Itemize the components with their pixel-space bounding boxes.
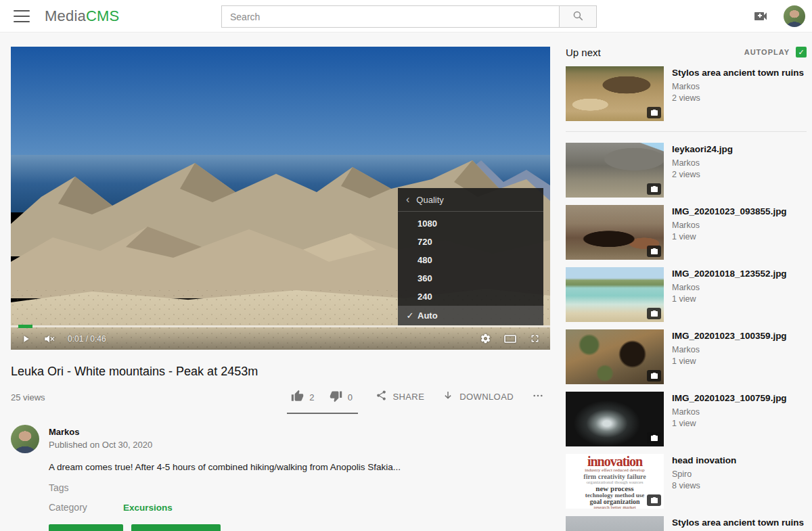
tags-list — [123, 483, 134, 493]
check-icon: ✓ — [405, 306, 415, 325]
user-avatar[interactable] — [784, 5, 805, 27]
quality-option[interactable]: 240 — [398, 287, 543, 306]
related-author: Markos — [672, 345, 787, 354]
related-thumbnail[interactable] — [566, 329, 664, 384]
download-label: DOWNLOAD — [459, 392, 514, 402]
camera-icon — [650, 310, 658, 318]
image-type-badge — [647, 183, 661, 195]
autoplay-checkbox[interactable]: ✓ — [796, 47, 807, 57]
related-author: Markos — [672, 82, 804, 91]
author-avatar[interactable] — [11, 425, 39, 453]
upload-media-icon[interactable] — [752, 8, 769, 24]
mute-icon[interactable] — [43, 333, 55, 345]
quality-option[interactable]: 360 — [398, 269, 543, 287]
related-title[interactable]: Stylos area ancient town ruins — [672, 67, 804, 78]
related-views: 1 view — [672, 356, 787, 366]
image-type-badge — [647, 370, 661, 382]
image-type-badge — [647, 308, 661, 319]
related-title[interactable]: leykaori24.jpg — [672, 143, 733, 155]
category-label: Category — [49, 502, 123, 513]
dislike-button[interactable]: 0 — [330, 390, 353, 405]
logo[interactable]: MediaCMS — [45, 7, 119, 25]
related-author: Markos — [672, 221, 787, 230]
related-title[interactable]: IMG_20201023_100359.jpg — [672, 330, 787, 342]
related-thumbnail[interactable] — [566, 205, 664, 260]
video-player[interactable]: ‹ Quality 1080 720 480 — [11, 47, 550, 350]
camera-icon — [650, 434, 658, 442]
search-bar — [221, 5, 597, 28]
related-title[interactable]: IMG_20201023_100759.jpg — [672, 392, 787, 404]
related-author: Markos — [672, 158, 733, 168]
related-thumbnail[interactable] — [566, 66, 664, 121]
like-button[interactable]: 2 — [291, 390, 315, 405]
list-separator — [566, 131, 807, 132]
related-thumbnail[interactable] — [566, 516, 664, 531]
related-title[interactable]: IMG_20201018_123552.jpg — [672, 268, 787, 279]
delete-media-button[interactable]: DELETE MEDIA — [131, 524, 220, 531]
related-title[interactable]: head inovation — [672, 455, 736, 466]
fullscreen-icon[interactable] — [529, 333, 541, 344]
up-next-header: Up next AUTOPLAY ✓ — [566, 43, 807, 61]
related-media-item[interactable]: innovationindustry effect reduced develo… — [566, 454, 807, 509]
search-icon — [572, 9, 584, 24]
up-next-sidebar: Up next AUTOPLAY ✓ Stylos area ancient t… — [566, 43, 807, 531]
related-media-list: Stylos area ancient town ruins Markos 2 … — [566, 66, 807, 531]
related-thumbnail[interactable] — [566, 392, 664, 446]
quality-option[interactable]: 480 — [398, 251, 543, 269]
ellipsis-icon — [531, 390, 545, 404]
autoplay-label: AUTOPLAY — [744, 48, 790, 56]
category-link[interactable]: Excursions — [123, 503, 173, 513]
author-section: Markos Published on Oct 30, 2020 — [11, 425, 550, 453]
camera-icon — [650, 185, 658, 193]
page: MediaCMS — [0, 0, 812, 531]
menu-button[interactable] — [14, 10, 30, 22]
related-views: 1 view — [672, 294, 787, 304]
related-media-item[interactable]: IMG_20201018_123552.jpg Markos 1 view — [566, 267, 807, 322]
search-button[interactable] — [559, 5, 597, 28]
more-options-button[interactable] — [531, 387, 545, 404]
back-chevron-icon: ‹ — [406, 193, 409, 206]
image-type-badge — [647, 432, 661, 444]
related-thumbnail[interactable] — [566, 143, 664, 198]
author-name[interactable]: Markos — [49, 427, 152, 437]
related-title[interactable]: Stylos area ancient town ruins — [672, 517, 804, 528]
quality-option[interactable]: ✓ Auto — [398, 306, 543, 325]
related-media-item[interactable]: Stylos area ancient town ruins Markos 2 … — [566, 66, 807, 121]
download-button[interactable]: DOWNLOAD — [442, 387, 514, 404]
share-button[interactable]: SHARE — [376, 387, 424, 403]
quality-menu: ‹ Quality 1080 720 480 — [398, 188, 543, 325]
related-media-item[interactable]: leykaori24.jpg Markos 2 views — [566, 143, 807, 198]
related-media-item[interactable]: IMG_20201023_100359.jpg Markos 1 view — [566, 329, 807, 384]
quality-option[interactable]: 1080 — [398, 214, 543, 233]
share-icon — [376, 390, 387, 403]
quality-options: 1080 720 480 360 240 — [398, 212, 543, 325]
media-description: A dream comes true! After 4-5 hours of c… — [49, 461, 550, 474]
image-type-badge — [647, 246, 661, 257]
settings-gear-icon[interactable] — [480, 333, 491, 344]
header-right — [752, 0, 805, 32]
related-media-item[interactable]: IMG_20201023_093855.jpg Markos 1 view — [566, 205, 807, 260]
theater-mode-icon[interactable] — [503, 333, 517, 344]
top-bar: MediaCMS — [0, 0, 812, 32]
camera-icon — [650, 497, 658, 505]
camera-icon — [650, 372, 658, 380]
quality-menu-title: Quality — [416, 195, 443, 205]
meta-row: 25 views 2 0 — [11, 387, 550, 414]
category-row: Category Excursions — [49, 502, 550, 513]
download-icon — [442, 390, 454, 404]
search-input[interactable] — [221, 5, 559, 28]
edit-media-button[interactable]: EDIT MEDIA — [49, 524, 123, 531]
related-title[interactable]: IMG_20201023_093855.jpg — [672, 206, 787, 217]
related-thumbnail[interactable] — [566, 267, 664, 322]
quality-option[interactable]: 720 — [398, 233, 543, 251]
related-author: Markos — [672, 283, 787, 292]
related-thumbnail[interactable]: innovationindustry effect reduced develo… — [566, 454, 664, 509]
action-bar: 2 0 SHARE — [287, 387, 550, 414]
check-icon: ✓ — [798, 48, 804, 57]
play-button[interactable] — [20, 333, 31, 344]
related-media-item[interactable]: IMG_20201023_100759.jpg Markos 1 view — [566, 392, 807, 446]
related-media-item[interactable]: Stylos area ancient town ruins — [566, 516, 807, 531]
quality-menu-back[interactable]: ‹ Quality — [398, 188, 543, 212]
tags-row: Tags — [49, 482, 550, 493]
camera-icon — [650, 109, 658, 117]
